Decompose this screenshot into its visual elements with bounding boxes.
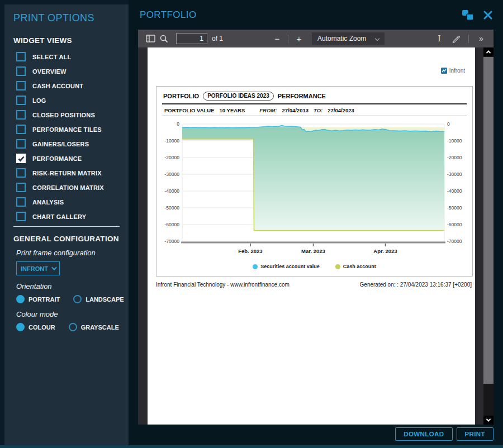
page-number-input[interactable] [176, 33, 207, 44]
checkbox-unchecked[interactable] [16, 52, 26, 61]
zoom-in-button[interactable]: + [293, 32, 305, 45]
checkbox-label: CLOSED POSITIONS [32, 112, 95, 118]
checkbox-label: PERFORMANCE [32, 155, 82, 162]
svg-text:-40000: -40000 [165, 188, 180, 194]
checkbox-checked[interactable] [16, 154, 26, 163]
colour-mode-option-colour[interactable]: COLOUR [16, 323, 55, 331]
legend-item-securities-account-value: Securities account value [253, 264, 320, 269]
print-options-panel: PRINT OPTIONS WIDGET VIEWS SELECT ALLOVE… [4, 4, 129, 445]
to-label: TO: [314, 107, 322, 113]
page-count-label: of 1 [212, 35, 223, 42]
checkbox-unchecked[interactable] [16, 197, 26, 207]
zoom-level-select[interactable]: Automatic Zoom [312, 32, 385, 45]
svg-text:0: 0 [447, 121, 450, 127]
orientation-option-portrait[interactable]: PORTRAIT [16, 295, 60, 303]
radio-selected[interactable] [16, 295, 25, 303]
checkbox-label: CORRELATION MATRIX [32, 184, 104, 191]
checkbox-unchecked[interactable] [16, 139, 26, 149]
sidebar-toggle-icon[interactable] [144, 32, 157, 45]
chevron-down-icon [375, 36, 379, 41]
widget-view-row-log[interactable]: LOG [16, 96, 124, 105]
checkbox-label: LOG [32, 97, 46, 104]
legend-label: Cash account [343, 264, 376, 269]
checkbox-label: SELECT ALL [32, 54, 71, 60]
pdf-page: Infront PORTFOLIO PORFOLIO IDEAS 2023 PE… [148, 47, 475, 425]
print-button[interactable]: PRINT [457, 427, 494, 441]
widget-view-row-closed-positions[interactable]: CLOSED POSITIONS [16, 110, 124, 120]
legend-dot [335, 264, 340, 269]
svg-text:-20000: -20000 [165, 155, 180, 160]
svg-text:-70000: -70000 [447, 239, 462, 244]
svg-text:-30000: -30000 [165, 171, 180, 177]
widget-view-row-chart-gallery[interactable]: CHART GALLERY [16, 212, 124, 221]
download-button[interactable]: DOWNLOAD [395, 427, 452, 441]
text-select-icon[interactable]: I [433, 32, 446, 45]
checkbox-label: GAINERS/LOSERS [32, 141, 89, 147]
report-box: PORTFOLIO PORFOLIO IDEAS 2023 PERFORMANC… [156, 86, 473, 277]
from-value: 27/04/2013 [282, 107, 309, 113]
close-icon[interactable] [483, 10, 493, 20]
checkbox-unchecked[interactable] [16, 110, 26, 120]
widget-view-row-risk-return-matrix[interactable]: RISK-RETURN MATRIX [16, 168, 124, 178]
legend-label: Securities account value [260, 264, 320, 269]
widget-view-row-analysis[interactable]: ANALYSIS [16, 197, 124, 207]
checkbox-unchecked[interactable] [16, 96, 26, 105]
radio-label: COLOUR [29, 324, 55, 331]
checkbox-unchecked[interactable] [16, 183, 26, 192]
panel-header-title: PORTFOLIO [140, 9, 197, 21]
window-bottom-border [0, 445, 503, 448]
radio-unselected[interactable] [73, 295, 82, 303]
feedback-icon[interactable] [462, 9, 474, 21]
svg-text:Mar. 2023: Mar. 2023 [301, 248, 325, 254]
print-frame-select[interactable]: INFRONT [16, 261, 60, 275]
zoom-out-button[interactable]: − [271, 32, 283, 45]
radio-label: PORTRAIT [29, 296, 60, 303]
report-title-portfolio: PORTFOLIO [163, 93, 199, 99]
widget-view-row-gainers-losers[interactable]: GAINERS/LOSERS [16, 139, 124, 149]
widget-view-row-correlation-matrix[interactable]: CORRELATION MATRIX [16, 183, 124, 192]
widget-view-row-overview[interactable]: OVERVIEW [16, 66, 124, 76]
orientation-option-landscape[interactable]: LANDSCAPE [73, 295, 124, 303]
widget-view-row-performance[interactable]: PERFORMANCE [16, 154, 124, 163]
more-tools-icon[interactable]: » [474, 32, 488, 45]
checkbox-unchecked[interactable] [16, 212, 26, 221]
checkbox-unchecked[interactable] [16, 168, 26, 178]
checkbox-label: ANALYSIS [32, 199, 64, 206]
report-title-row: PORTFOLIO PORFOLIO IDEAS 2023 PERFORMANC… [162, 90, 467, 104]
pdf-toolbar: of 1 − + Automatic Zoom I » [138, 30, 493, 47]
radio-selected[interactable] [16, 323, 25, 331]
report-title-performance: PERFORMANCE [278, 93, 326, 99]
from-label: FROM: [259, 107, 277, 113]
print-frame-label: Print frame configuration [16, 249, 124, 257]
checkbox-unchecked[interactable] [16, 81, 26, 90]
to-value: 27/04/2023 [328, 107, 354, 113]
logo-text: Infront [449, 68, 465, 74]
portfolio-name-pill: PORFOLIO IDEAS 2023 [203, 92, 274, 101]
colour-mode-option-grayscale[interactable]: GRAYSCALE [69, 323, 119, 331]
checkbox-label: RISK-RETURN MATRIX [32, 170, 102, 177]
panel-title: PRINT OPTIONS [13, 12, 124, 24]
widget-view-row-cash-account[interactable]: CASH ACCOUNT [16, 81, 124, 90]
colour-mode-label: Colour mode [16, 310, 124, 318]
orientation-label: Orientation [16, 282, 124, 290]
widget-view-row-performance-tiles[interactable]: PERFORMANCE TILES [16, 125, 124, 134]
portfolio-panel: PORTFOLIO [129, 0, 503, 445]
radio-label: LANDSCAPE [86, 296, 124, 303]
checkbox-unchecked[interactable] [16, 125, 26, 134]
radio-unselected[interactable] [69, 323, 77, 331]
colour-mode-radio-group: COLOURGRAYSCALE [16, 323, 124, 331]
section-divider [13, 226, 120, 227]
checkbox-label: CASH ACCOUNT [32, 83, 83, 89]
legend-dot [253, 264, 258, 269]
checkbox-unchecked[interactable] [16, 66, 26, 76]
svg-text:-60000: -60000 [447, 222, 462, 227]
widget-view-row-select-all[interactable]: SELECT ALL [16, 52, 124, 61]
scroll-up-icon[interactable] [483, 47, 493, 56]
subtitle-portfolio-value: PORTFOLIO VALUE [164, 107, 215, 113]
search-icon[interactable] [157, 32, 170, 45]
svg-text:0: 0 [177, 121, 179, 127]
orientation-radio-group: PORTRAITLANDSCAPE [16, 295, 124, 303]
scrollbar-thumb[interactable] [483, 57, 493, 384]
svg-text:-10000: -10000 [447, 138, 462, 144]
draw-icon[interactable] [449, 32, 463, 45]
